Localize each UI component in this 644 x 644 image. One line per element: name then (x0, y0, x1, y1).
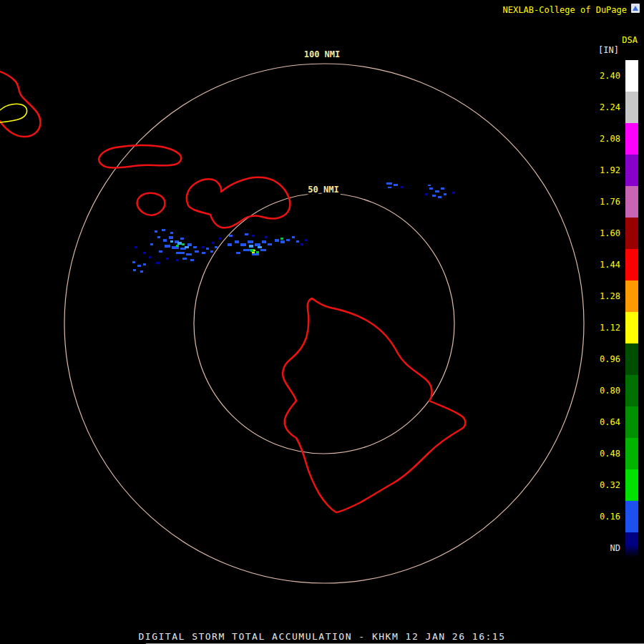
colorbar-swatch (625, 218, 638, 249)
colorbar-row: 1.60 (593, 218, 639, 249)
range-ring-50nmi-label: 50 NMI (308, 185, 338, 195)
range-ring-50nmi (194, 193, 454, 454)
radar-map: 100 NMI 50 NMI (0, 0, 644, 644)
colorbar-tick-label: 2.40 (593, 71, 620, 81)
colorbar-tick-label: 0.80 (593, 386, 620, 396)
colorbar-row: 0.16 (593, 501, 639, 532)
colorbar-row: 1.28 (593, 280, 639, 312)
colorbar-tick-label: ND (593, 543, 620, 553)
colorbar-swatch (625, 92, 638, 123)
colorbar-swatch (625, 186, 638, 218)
colorbar-row: 0.80 (593, 375, 639, 406)
product-code-label: DSA (593, 35, 639, 45)
colorbar-row: 1.44 (593, 249, 639, 280)
echo-blue-pixels (132, 182, 447, 273)
colorbar-row: 2.24 (593, 92, 639, 123)
colorbar-row: 0.64 (593, 406, 639, 438)
colorbar-tick-label: 1.28 (593, 291, 620, 301)
colorbar-row: 0.96 (593, 343, 639, 375)
colorbar-row: 1.92 (593, 155, 639, 186)
big-island-outline (283, 298, 465, 512)
site-logo-icon (631, 4, 640, 13)
radar-image: 100 NMI 50 NMI NEXLAB-College of DuPage … (0, 0, 644, 644)
colorbar-tick-label: 2.08 (593, 134, 620, 144)
colorbar-tick-label: 2.24 (593, 102, 620, 112)
colorbar-tick-label: 1.44 (593, 260, 620, 270)
colorbar-tick-label: 0.64 (593, 417, 620, 427)
colorbar-swatch (625, 343, 638, 375)
colorbar-tick-label: 1.76 (593, 197, 620, 207)
colorbar-tick-label: 1.60 (593, 228, 620, 238)
colorbar-row: 1.12 (593, 312, 639, 343)
units-label: [IN] (593, 45, 639, 55)
colorbar-row: 2.08 (593, 123, 639, 155)
colorbar-swatch (625, 312, 638, 343)
attribution-text: NEXLAB-College of DuPage (503, 5, 627, 15)
colorbar-tick-label: 1.92 (593, 165, 620, 175)
oahu-outline (0, 70, 40, 137)
range-ring-100nmi (64, 64, 584, 583)
colorbar: 2.402.242.081.921.761.601.441.281.120.96… (593, 60, 639, 564)
colorbar-swatch (625, 469, 638, 501)
colorbar-swatch (625, 406, 638, 438)
colorbar-tick-label: 0.96 (593, 354, 620, 364)
range-ring-100nmi-label: 100 NMI (304, 49, 341, 59)
molokai-outline (99, 145, 181, 168)
oahu-county-line (0, 104, 27, 122)
colorbar-swatch (625, 280, 638, 312)
colorbar-tick-label: 0.16 (593, 512, 620, 522)
colorbar-swatch (625, 375, 638, 406)
lanai-outline (137, 193, 165, 215)
colorbar-swatch (625, 501, 638, 532)
colorbar-tick-label: 1.12 (593, 323, 620, 333)
colorbar-swatch (625, 60, 638, 92)
colorbar-swatch (625, 438, 638, 469)
colorbar-swatch (625, 155, 638, 186)
colorbar-row: ND (593, 532, 639, 564)
product-caption: DIGITAL STORM TOTAL ACCUMULATION - KHKM … (0, 631, 644, 642)
colorbar-swatch (625, 123, 638, 155)
colorbar-swatch (625, 249, 638, 280)
colorbar-row: 2.40 (593, 60, 639, 92)
color-scale: DSA [IN] 2.402.242.081.921.761.601.441.2… (593, 35, 639, 564)
colorbar-row: 1.76 (593, 186, 639, 218)
colorbar-tick-label: 0.48 (593, 449, 620, 459)
colorbar-tick-label: 0.32 (593, 480, 620, 490)
colorbar-row: 0.32 (593, 469, 639, 501)
colorbar-swatch (625, 532, 638, 564)
colorbar-row: 0.48 (593, 438, 639, 469)
